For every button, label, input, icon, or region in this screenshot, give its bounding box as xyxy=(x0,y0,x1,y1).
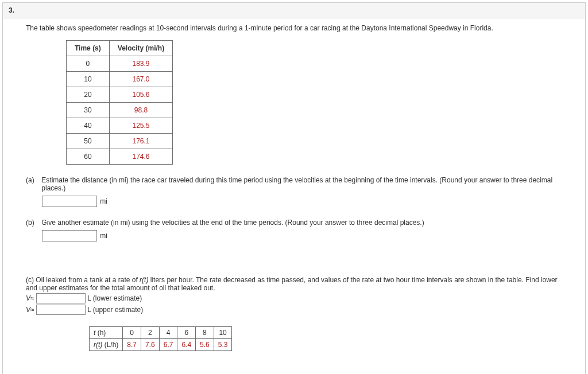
part-a-label: (a) xyxy=(26,176,40,184)
time-cell: 30 xyxy=(67,103,110,118)
oil-rate-cell: 6.7 xyxy=(159,339,177,351)
oil-rate-cell: 5.3 xyxy=(214,339,232,351)
oil-table-time-row: t (h) 0 2 4 6 8 10 xyxy=(90,327,232,339)
table-row: 50176.1 xyxy=(67,134,173,149)
part-a-unit: mi xyxy=(100,197,107,205)
oil-time-cell: 10 xyxy=(214,327,232,339)
lower-estimate-row: V≈ L (lower estimate) xyxy=(26,293,562,303)
upper-estimate-label: L (upper estimate) xyxy=(87,306,143,314)
oil-rate-cell: 5.6 xyxy=(196,339,214,351)
approx-upper: ≈ xyxy=(30,306,34,314)
oil-rate-unit: (L/h) xyxy=(102,341,118,349)
upper-estimate-row: V≈ L (upper estimate) xyxy=(26,305,562,315)
approx-lower: ≈ xyxy=(30,294,34,302)
velocity-cell: 176.1 xyxy=(109,134,172,149)
part-b-label: (b) xyxy=(26,219,40,227)
velocity-cell: 125.5 xyxy=(109,118,172,134)
part-b-unit: mi xyxy=(100,232,107,240)
oil-time-cell: 8 xyxy=(196,327,214,339)
time-cell: 50 xyxy=(67,134,110,149)
velocity-cell: 167.0 xyxy=(109,72,172,87)
oil-rate-cell: 7.6 xyxy=(141,339,160,351)
oil-time-cell: 2 xyxy=(141,327,160,339)
part-c-rt: r(t) xyxy=(140,276,148,284)
oil-table-rate-row: r(t) (L/h) 8.7 7.6 6.7 6.4 5.6 5.3 xyxy=(90,339,232,351)
table-row: 60174.6 xyxy=(67,149,173,165)
oil-rate-cell: 6.4 xyxy=(177,339,196,351)
velocity-table: Time (s) Velocity (mi/h) 0183.9 10167.0 … xyxy=(66,40,173,165)
v-symbol-upper: V xyxy=(26,306,30,314)
velocity-cell: 98.8 xyxy=(109,103,172,118)
oil-rate-label: r(t) xyxy=(94,341,102,349)
oil-rate-header: r(t) (L/h) xyxy=(90,339,123,351)
velocity-table-header-time: Time (s) xyxy=(67,41,110,56)
lower-estimate-input[interactable] xyxy=(36,293,86,303)
question-container: 3. The table shows speedometer readings … xyxy=(2,2,586,374)
oil-rate-cell: 8.7 xyxy=(123,339,141,351)
oil-time-unit: (h) xyxy=(95,329,106,337)
time-cell: 0 xyxy=(67,56,110,72)
part-b-answer-row: mi xyxy=(42,230,562,241)
part-c-text-before: Oil leaked from a tank at a rate of xyxy=(36,276,140,284)
oil-table: t (h) 0 2 4 6 8 10 r(t) (L/h) 8.7 7.6 6.… xyxy=(89,326,232,351)
v-symbol-lower: V xyxy=(26,294,30,302)
velocity-cell: 174.6 xyxy=(109,149,172,165)
question-body: The table shows speedometer readings at … xyxy=(3,18,585,374)
time-cell: 60 xyxy=(67,149,110,165)
part-a-answer-row: mi xyxy=(42,196,562,207)
part-b: (b) Give another estimate (in mi) using … xyxy=(26,219,562,241)
time-cell: 20 xyxy=(67,87,110,103)
part-a-input[interactable] xyxy=(42,196,97,207)
intro-text: The table shows speedometer readings at … xyxy=(26,24,562,32)
velocity-cell: 183.9 xyxy=(109,56,172,72)
upper-estimate-input[interactable] xyxy=(36,305,86,315)
velocity-cell: 105.6 xyxy=(109,87,172,103)
part-b-text: Give another estimate (in mi) using the … xyxy=(41,219,560,227)
part-c-label: (c) xyxy=(26,276,34,284)
oil-time-cell: 4 xyxy=(159,327,177,339)
part-b-input[interactable] xyxy=(42,230,97,241)
time-cell: 10 xyxy=(67,72,110,87)
oil-time-cell: 0 xyxy=(123,327,141,339)
part-c: (c) Oil leaked from a tank at a rate of … xyxy=(26,276,562,351)
oil-time-header: t (h) xyxy=(90,327,123,339)
table-row: 3098.8 xyxy=(67,103,173,118)
question-number: 3. xyxy=(3,3,585,18)
oil-time-cell: 6 xyxy=(177,327,196,339)
table-row: 20105.6 xyxy=(67,87,173,103)
time-cell: 40 xyxy=(67,118,110,134)
table-row: 40125.5 xyxy=(67,118,173,134)
part-a-text: Estimate the distance (in mi) the race c… xyxy=(41,176,560,192)
table-row: 10167.0 xyxy=(67,72,173,87)
lower-estimate-label: L (lower estimate) xyxy=(87,294,142,302)
part-a: (a) Estimate the distance (in mi) the ra… xyxy=(26,176,562,207)
table-row: 0183.9 xyxy=(67,56,173,72)
velocity-table-header-velocity: Velocity (mi/h) xyxy=(109,41,172,56)
